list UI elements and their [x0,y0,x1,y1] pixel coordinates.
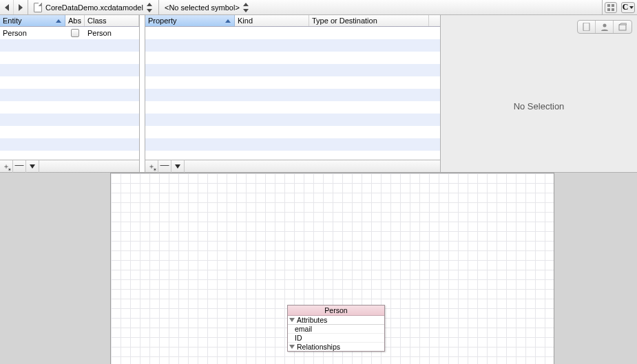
disclosure-triangle-icon[interactable] [289,318,295,322]
counterparts-button[interactable]: C [621,2,635,13]
gear-icon: ✶ [8,167,12,173]
section-label: Attributes [297,316,327,324]
updown-icon [147,3,152,12]
history-nav [0,0,28,14]
jumpbar-symbol-segment[interactable]: <No selected symbol> [159,0,603,14]
property-col-scroll-gutter [429,15,440,26]
add-entity-button[interactable]: ＋✶ [0,160,13,173]
triangle-down-icon [175,164,180,169]
diagram-canvas[interactable]: Person Attributes email ID Relationships [110,173,554,364]
header-label: Kind [238,17,253,25]
inspector-tab-pill [577,20,632,34]
entity-pane-footer: ＋✶ — [0,160,139,172]
svg-rect-2 [607,8,610,11]
inspector-tab-datamodel[interactable] [614,21,631,33]
svg-rect-6 [619,25,626,30]
diagram-right-margin [554,173,637,364]
jump-bar: CoreDataDemo.xcdatamodel <No selected sy… [0,0,637,15]
header-label: Abs [68,17,81,25]
property-col-header-kind[interactable]: Kind [235,15,309,26]
svg-rect-1 [612,4,614,7]
gear-icon: ✶ [153,167,157,173]
counterparts-label: C [623,2,629,12]
entity-col-header-abs[interactable]: Abs [65,15,85,26]
svg-rect-3 [612,8,614,11]
pane-gap [140,15,145,172]
property-col-header-property[interactable]: Property [145,15,235,26]
header-label: Class [87,17,107,25]
svg-rect-0 [607,4,610,7]
disclosure-triangle-icon[interactable] [289,345,295,349]
document-icon [583,23,591,31]
related-items-button[interactable] [605,2,617,13]
diagram-left-margin [0,173,110,364]
entity-attribute-item[interactable]: email [288,325,384,334]
remove-entity-button[interactable]: — [13,160,26,173]
entity-table-body[interactable]: Person Person [0,27,139,160]
entity-name-cell: Person [0,27,65,39]
person-icon [601,23,609,31]
triangle-down-icon [30,164,35,169]
property-col-header-type[interactable]: Type or Destination [309,15,429,26]
property-table-body[interactable] [145,27,440,160]
section-label: Relationships [297,343,340,351]
checkbox-icon[interactable] [71,29,79,37]
jumpbar-symbol-label: <No selected symbol> [165,3,240,12]
inspector-pane: No Selection [441,15,637,172]
entity-node-attributes-header[interactable]: Attributes [288,316,384,325]
inspector-tab-file[interactable] [578,21,596,33]
property-table-header: Property Kind Type or Destination [145,15,440,27]
triangle-right-icon [19,4,23,11]
updown-icon [243,3,249,12]
jumpbar-right-controls: C [603,0,637,14]
entity-node-person[interactable]: Person Attributes email ID Relationships [287,305,385,352]
minus-icon: — [15,160,24,170]
chevron-down-icon [629,6,634,9]
forward-button[interactable] [14,0,28,14]
entity-class-cell: Person [85,27,139,39]
jumpbar-file-label: CoreDataDemo.xcdatamodel [45,3,143,12]
property-pane-footer: ＋✶ — [145,160,440,172]
back-button[interactable] [0,0,14,14]
inspector-tab-identity[interactable] [596,21,614,33]
property-menu-button[interactable] [171,160,185,173]
entity-col-header-class[interactable]: Class [85,15,139,26]
header-label: Entity [3,17,22,25]
svg-rect-4 [583,23,589,31]
entity-col-header-entity[interactable]: Entity [0,15,65,26]
entity-abstract-cell[interactable] [65,27,85,39]
remove-property-button[interactable]: — [158,160,171,173]
entity-pane: Entity Abs Class Person Person ＋✶ — [0,15,140,172]
header-label: Property [148,17,177,25]
jumpbar-file-segment[interactable]: CoreDataDemo.xcdatamodel [28,0,159,14]
datamodel-file-icon [34,3,42,12]
upper-split: Entity Abs Class Person Person ＋✶ — Prop… [0,15,637,173]
minus-icon: — [160,160,169,170]
table-row[interactable]: Person Person [0,27,139,39]
cube-icon [618,23,627,31]
entity-table-header: Entity Abs Class [0,15,139,27]
entity-node-relationships-header[interactable]: Relationships [288,343,384,351]
property-pane: Property Kind Type or Destination ＋✶ — [145,15,441,172]
grid-icon [607,4,614,11]
entity-menu-button[interactable] [26,160,39,173]
entity-node-title[interactable]: Person [288,306,384,316]
diagram-area: Person Attributes email ID Relationships [0,173,637,364]
add-property-button[interactable]: ＋✶ [145,160,158,173]
inspector-placeholder: No Selection [441,101,637,111]
header-label: Type or Destination [312,17,377,25]
diagram-canvas-wrap: Person Attributes email ID Relationships [110,173,554,364]
entity-attribute-item[interactable]: ID [288,334,384,343]
triangle-left-icon [5,4,9,11]
svg-point-5 [603,24,606,28]
